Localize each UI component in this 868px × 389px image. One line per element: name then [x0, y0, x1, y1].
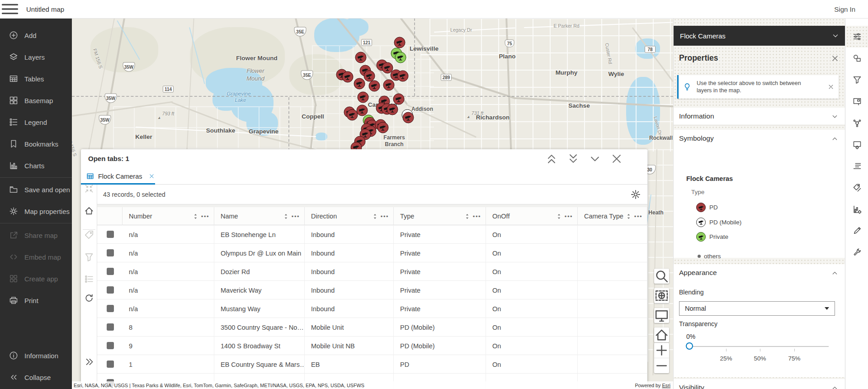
column-menu-icon[interactable]: •••: [473, 213, 481, 219]
cell[interactable]: On: [486, 225, 578, 244]
row-checkbox[interactable]: [107, 231, 114, 238]
cell[interactable]: [578, 299, 647, 318]
sidebar-item-charts[interactable]: Charts: [0, 155, 72, 176]
transparency-slider-thumb[interactable]: [686, 342, 693, 350]
row-checkbox[interactable]: [107, 342, 114, 349]
dock-bottom-icon[interactable]: [567, 152, 580, 165]
camera-marker-pd[interactable]: [342, 71, 354, 83]
cell[interactable]: Mobile Unit: [305, 318, 394, 337]
row-checkbox[interactable]: [107, 286, 114, 294]
close-tab-icon[interactable]: [149, 173, 155, 179]
cell[interactable]: EB: [305, 355, 394, 374]
cell[interactable]: Private: [394, 262, 486, 281]
cell[interactable]: [578, 225, 647, 244]
rail-aggregation-icon[interactable]: [846, 112, 868, 134]
search-button[interactable]: [654, 269, 669, 284]
cell[interactable]: Private: [394, 281, 486, 299]
cell[interactable]: PD (Mobile): [394, 318, 486, 337]
fields-list-icon[interactable]: [84, 274, 94, 284]
camera-marker-pd[interactable]: [397, 71, 409, 82]
sort-icon[interactable]: [284, 213, 288, 219]
camera-marker-pd[interactable]: [403, 112, 414, 123]
rail-filter-icon[interactable]: [846, 69, 868, 90]
cell[interactable]: Inbound: [305, 281, 394, 299]
rail-styles-icon[interactable]: [846, 47, 868, 69]
camera-marker-pd[interactable]: [354, 78, 365, 90]
cell[interactable]: 1400 S Broadway St: [214, 337, 305, 355]
camera-marker-pd[interactable]: [357, 105, 368, 116]
cell[interactable]: EB Stonehenge Ln: [214, 225, 305, 244]
column-header-name[interactable]: Name•••: [214, 207, 305, 225]
sidebar-item-layers[interactable]: Layers: [0, 46, 72, 68]
cell[interactable]: PD (Mobile): [394, 337, 486, 355]
section-visibility[interactable]: Visibility: [674, 379, 845, 389]
cell[interactable]: 1: [123, 355, 214, 374]
cell[interactable]: [578, 262, 647, 281]
blending-select[interactable]: Normal: [679, 301, 835, 316]
rail-sketch-icon[interactable]: [846, 177, 868, 199]
cell[interactable]: [578, 337, 647, 355]
camera-marker-pd[interactable]: [393, 94, 405, 105]
cell[interactable]: n/a: [123, 225, 214, 244]
default-extent-button[interactable]: [654, 327, 669, 342]
sidebar-item-print[interactable]: Print: [0, 289, 72, 311]
row-checkbox[interactable]: [107, 249, 114, 256]
column-header-type[interactable]: Type•••: [394, 207, 486, 225]
cell[interactable]: On: [486, 337, 578, 355]
hamburger-menu-icon[interactable]: [0, 0, 20, 18]
expand-rail-icon[interactable]: [84, 357, 94, 367]
cell[interactable]: Private: [394, 225, 486, 244]
sidebar-item-information[interactable]: Information: [0, 345, 72, 366]
cell[interactable]: [578, 281, 647, 299]
camera-marker-pd[interactable]: [355, 52, 367, 63]
cell[interactable]: On: [486, 355, 578, 374]
column-header-camera-type[interactable]: Camera Type•••: [578, 207, 647, 225]
cell[interactable]: n/a: [123, 299, 214, 318]
zoom-to-layer-icon[interactable]: [84, 206, 94, 216]
column-menu-icon[interactable]: •••: [381, 213, 389, 219]
row-checkbox[interactable]: [107, 323, 114, 331]
rail-pop-ups-icon[interactable]: [846, 90, 868, 112]
zoom-to-selection-icon[interactable]: [84, 184, 94, 194]
column-header-direction[interactable]: Direction•••: [305, 207, 394, 225]
transparency-slider-track[interactable]: [689, 346, 829, 347]
zoom-in-button[interactable]: [654, 343, 669, 358]
camera-marker-private[interactable]: [395, 52, 406, 63]
sign-in-button[interactable]: Sign In: [834, 5, 855, 13]
camera-marker-pd[interactable]: [383, 80, 395, 91]
column-menu-icon[interactable]: •••: [634, 213, 642, 219]
cell[interactable]: Mobile Unit NB: [305, 337, 394, 355]
dock-top-icon[interactable]: [545, 152, 558, 165]
row-checkbox[interactable]: [107, 305, 114, 312]
row-checkbox[interactable]: [107, 361, 114, 368]
zoom-out-button[interactable]: [654, 358, 669, 373]
cell[interactable]: n/a: [123, 262, 214, 281]
cell[interactable]: On: [486, 318, 578, 337]
cell[interactable]: Inbound: [305, 244, 394, 262]
cell[interactable]: PD: [394, 355, 486, 374]
sidebar-item-save-and-open[interactable]: Save and open: [0, 179, 72, 200]
cell[interactable]: Inbound: [305, 299, 394, 318]
rail-fields-icon[interactable]: [846, 134, 868, 156]
column-header-number[interactable]: Number•••: [123, 207, 214, 225]
cell[interactable]: [578, 318, 647, 337]
camera-marker-pd[interactable]: [369, 81, 380, 92]
rail-settings-icon[interactable]: [846, 242, 868, 263]
row-checkbox[interactable]: [107, 268, 114, 275]
close-panel-icon[interactable]: [831, 54, 839, 62]
minimize-icon[interactable]: [589, 152, 601, 165]
cell[interactable]: 8: [123, 318, 214, 337]
basemap-gallery-button[interactable]: [654, 288, 669, 303]
column-menu-icon[interactable]: •••: [292, 213, 300, 219]
sort-icon[interactable]: [193, 213, 198, 219]
sort-icon[interactable]: [373, 213, 377, 219]
camera-marker-pd[interactable]: [394, 37, 406, 48]
cell[interactable]: [578, 244, 647, 262]
cell[interactable]: On: [486, 299, 578, 318]
column-menu-icon[interactable]: •••: [201, 213, 209, 219]
cell[interactable]: Private: [394, 299, 486, 318]
section-appearance[interactable]: Appearance: [674, 264, 845, 281]
cell[interactable]: On: [486, 281, 578, 299]
esri-link[interactable]: Esri: [662, 383, 670, 388]
sidebar-item-basemap[interactable]: Basemap: [0, 90, 72, 111]
